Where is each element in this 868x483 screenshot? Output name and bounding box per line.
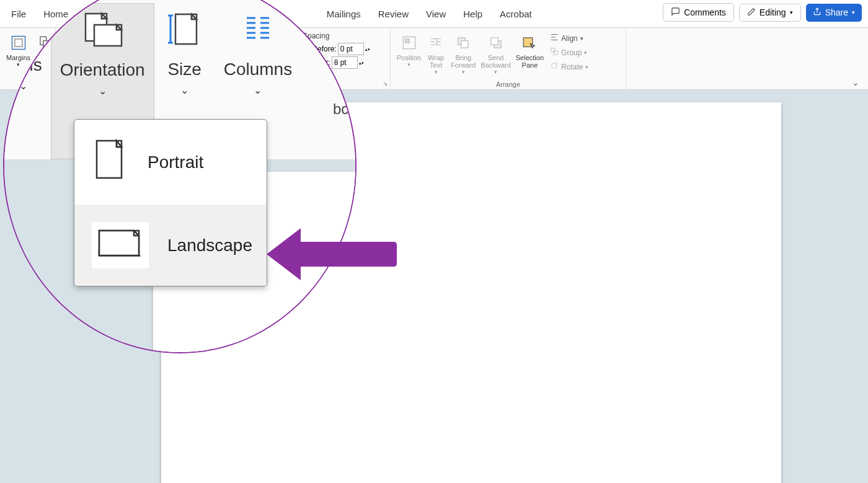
position-button[interactable]: Position ▾ (396, 30, 422, 70)
landscape-icon (92, 222, 149, 268)
dialog-launcher-icon[interactable]: ↘ (383, 80, 388, 87)
chevron-down-icon: ▾ (852, 9, 855, 16)
bring-forward-button[interactable]: Bring Forward ▾ (450, 30, 477, 78)
bring-forward-label: Bring Forward (451, 54, 476, 69)
chevron-down-icon: ⌄ (254, 84, 262, 96)
wrap-text-icon (426, 33, 446, 53)
send-backward-icon (486, 33, 506, 53)
selection-pane-button[interactable]: Selection Pane (515, 30, 545, 71)
wrap-text-button[interactable]: Wrap Text ▾ (425, 30, 447, 78)
margins-label: Margins (6, 54, 30, 61)
spinner-icon[interactable]: ▴▾ (359, 61, 364, 65)
svg-rect-5 (405, 39, 409, 43)
portrait-label: Portrait (148, 153, 203, 172)
chevron-down-icon: ▾ (17, 61, 20, 68)
chevron-down-icon: ▾ (584, 50, 587, 56)
collapse-ribbon-icon[interactable]: ⌄ (852, 78, 859, 87)
svg-rect-11 (551, 48, 555, 52)
svg-rect-1 (14, 39, 22, 47)
arrange-group: Position ▾ Wrap Text ▾ Bring Forward ▾ (391, 28, 626, 89)
chevron-down-icon: ▾ (580, 35, 583, 42)
group-label: Group (561, 48, 582, 57)
tab-acrobat[interactable]: Acrobat (491, 2, 541, 25)
share-label: Share (825, 7, 848, 17)
tab-mailings[interactable]: Mailings (318, 2, 370, 25)
svg-rect-0 (12, 37, 25, 50)
tab-file[interactable]: File (2, 2, 35, 25)
orientation-option-landscape[interactable]: Landscape (74, 205, 267, 286)
arrange-group-label: Arrange (391, 81, 626, 88)
chevron-down-icon: ▾ (790, 9, 793, 16)
comment-icon (671, 7, 680, 18)
orientation-dropdown: Portrait Landscape (74, 119, 267, 286)
portrait-icon (92, 137, 129, 187)
align-button[interactable]: Align ▾ (547, 32, 591, 45)
chevron-down-icon: ▾ (494, 69, 497, 75)
svg-rect-7 (461, 41, 468, 48)
selection-pane-label: Selection Pane (516, 54, 544, 69)
orientation-large-icon (74, 9, 130, 56)
magnified-columns-label: Columns (224, 60, 292, 79)
bring-forward-icon (453, 33, 473, 53)
spacing-label: Spacing (303, 30, 385, 42)
chevron-down-icon: ▾ (462, 69, 465, 75)
spinner-icon[interactable]: ▴▾ (365, 47, 370, 51)
chevron-down-icon: ⌄ (99, 85, 107, 97)
rotate-icon (550, 61, 559, 72)
margins-button-small[interactable]: Margins ▾ (5, 30, 32, 70)
tab-view[interactable]: View (417, 2, 454, 25)
columns-large-icon (239, 8, 277, 56)
selection-pane-icon (520, 33, 539, 53)
send-backward-label: Send Backward (480, 54, 510, 69)
group-button[interactable]: Group ▾ (547, 46, 591, 59)
margins-icon (9, 33, 29, 53)
wrap-text-label: Wrap Text (428, 54, 444, 69)
orientation-option-portrait[interactable]: Portrait (74, 120, 267, 205)
spacing-before-input[interactable] (338, 43, 364, 55)
topright-controls: Comments Editing ▾ Share ▾ (663, 3, 862, 22)
chevron-down-icon: ▾ (407, 61, 410, 68)
landscape-label: Landscape (167, 236, 252, 255)
position-label: Position (397, 54, 421, 61)
spacing-after-input[interactable] (332, 56, 358, 69)
svg-rect-9 (491, 38, 498, 45)
align-label: Align (561, 34, 578, 43)
editing-label: Editing (760, 7, 786, 17)
rotate-button[interactable]: Rotate ▾ (547, 60, 591, 73)
pencil-icon (747, 7, 756, 18)
comments-label: Comments (684, 7, 726, 17)
chevron-down-icon: ▾ (435, 69, 438, 75)
rotate-label: Rotate (561, 63, 583, 71)
comments-button[interactable]: Comments (663, 3, 734, 22)
magnified-orientation-label: Orientation (60, 60, 145, 80)
tab-help[interactable]: Help (454, 2, 491, 25)
send-backward-button[interactable]: Send Backward ▾ (479, 30, 512, 78)
tab-review[interactable]: Review (370, 2, 417, 25)
share-button[interactable]: Share ▾ (806, 4, 862, 22)
share-icon (813, 7, 822, 18)
partial-text-bc: bc (333, 100, 348, 118)
group-icon (550, 47, 559, 58)
magnified-size-label: Size (167, 60, 201, 79)
chevron-down-icon: ⌄ (180, 84, 188, 96)
size-large-icon (163, 8, 206, 56)
position-icon (399, 33, 419, 53)
chevron-down-icon: ▾ (585, 64, 588, 70)
align-icon (550, 33, 559, 43)
editing-button[interactable]: Editing ▾ (739, 4, 801, 22)
svg-rect-12 (554, 51, 557, 55)
